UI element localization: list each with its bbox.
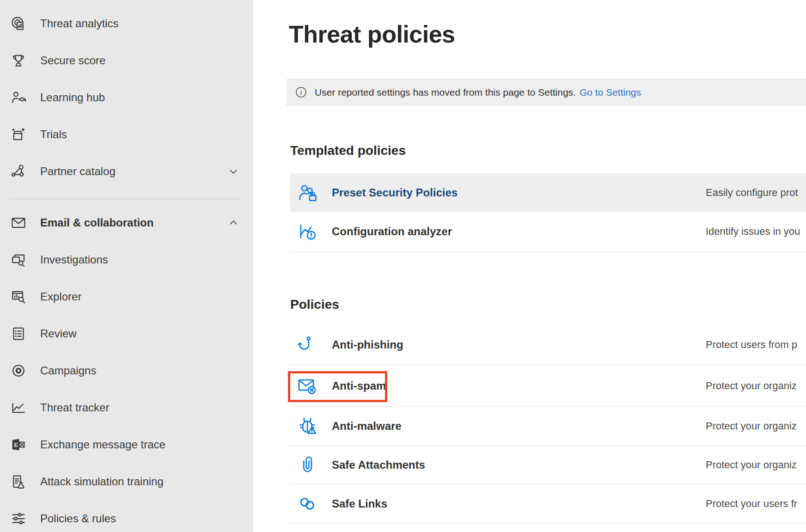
sidebar-item-investigations[interactable]: Investigations: [0, 241, 253, 278]
sidebar-item-label: Review: [40, 327, 77, 340]
svg-text:E: E: [14, 441, 18, 448]
sidebar-item-label: Threat analytics: [40, 17, 118, 30]
sidebar-item-label: Exchange message trace: [40, 438, 165, 451]
sidebar-item-label: Threat tracker: [40, 401, 109, 414]
row-title[interactable]: Anti-phishing: [332, 338, 403, 351]
section-heading-policies: Policies: [290, 297, 339, 312]
sidebar-item-trials[interactable]: Trials: [0, 116, 253, 153]
chart-alert-icon: [297, 221, 318, 242]
sidebar-item-explorer[interactable]: Explorer: [0, 278, 253, 315]
row-title[interactable]: Safe Attachments: [332, 459, 425, 471]
row-description: Protect your organiz: [706, 459, 797, 471]
go-to-settings-link[interactable]: Go to Settings: [580, 87, 641, 98]
sidebar-item-secure-score[interactable]: Secure score: [0, 42, 253, 79]
row-title[interactable]: Configuration analyzer: [332, 225, 452, 238]
main-content: Threat policies User reported settings h…: [253, 0, 806, 532]
envelope-icon: [10, 214, 27, 231]
sidebar-item-learning-hub[interactable]: Learning hub: [0, 79, 253, 116]
network-nodes-icon: [10, 163, 27, 180]
row-anti-malware[interactable]: Anti-malware Protect your organiz: [290, 407, 806, 446]
people-lock-icon: [297, 182, 318, 203]
sidebar-item-label: Learning hub: [40, 91, 105, 104]
sidebar-item-label: Attack simulation training: [40, 475, 164, 488]
row-description: Protect your users fr: [706, 498, 797, 510]
row-description: Protect your organiz: [706, 380, 797, 392]
globe-chart-icon: [10, 15, 27, 32]
sidebar-item-email-collaboration[interactable]: Email & collaboration: [0, 204, 253, 241]
sidebar-item-label: Trials: [40, 128, 67, 141]
row-anti-phishing[interactable]: Anti-phishing Protect users from p: [290, 325, 806, 365]
line-chart-icon: [10, 399, 27, 416]
sidebar-item-label: Investigations: [40, 253, 108, 266]
sidebar-item-threat-analytics[interactable]: Threat analytics: [0, 5, 253, 42]
chain-links-icon: [297, 493, 318, 514]
sidebar-nav: Threat analytics Secure score Learning h…: [0, 0, 253, 532]
sidebar-item-label: Partner catalog: [40, 165, 116, 178]
sidebar-item-campaigns[interactable]: Campaigns: [0, 352, 253, 389]
chart-magnifier-icon: [10, 288, 27, 305]
row-title[interactable]: Anti-malware: [332, 420, 402, 433]
row-description: Easily configure prot: [706, 187, 798, 199]
sidebar-divider: [9, 199, 240, 199]
sliders-icon: [10, 510, 27, 527]
bug-warning-icon: [297, 416, 318, 437]
sidebar-item-label: Campaigns: [40, 364, 96, 377]
info-icon: [295, 86, 307, 98]
row-anti-spam[interactable]: Anti-spam Protect your organiz: [290, 365, 806, 407]
sidebar-item-attack-simulation-training[interactable]: Attack simulation training: [0, 463, 253, 500]
page-title: Threat policies: [289, 20, 455, 48]
section-heading-templated-policies: Templated policies: [290, 143, 406, 158]
sidebar-item-policies-rules[interactable]: Policies & rules: [0, 500, 253, 532]
row-configuration-analyzer[interactable]: Configuration analyzer Identify issues i…: [290, 212, 806, 252]
sidebar-item-partner-catalog[interactable]: Partner catalog: [0, 153, 253, 190]
row-title[interactable]: Safe Links: [332, 497, 387, 510]
row-title[interactable]: Preset Security Policies: [332, 186, 458, 199]
row-title[interactable]: Anti-spam: [332, 379, 386, 392]
banner-message: User reported settings has moved from th…: [315, 87, 576, 98]
chevron-up-icon[interactable]: [227, 217, 239, 229]
sidebar-item-review[interactable]: Review: [0, 315, 253, 352]
row-description: Protect users from p: [706, 339, 797, 351]
magic-box-icon: [10, 126, 27, 143]
chevron-down-icon[interactable]: [227, 165, 239, 177]
sidebar-item-label: Secure score: [40, 54, 105, 67]
sidebar-item-label: Explorer: [40, 290, 81, 303]
row-safe-links[interactable]: Safe Links Protect your users fr: [290, 484, 806, 524]
paperclip-icon: [297, 454, 318, 476]
row-safe-attachments[interactable]: Safe Attachments Protect your organiz: [290, 446, 806, 484]
clipboard-list-icon: [10, 325, 27, 342]
windows-magnifier-icon: [10, 251, 27, 268]
row-preset-security-policies[interactable]: Preset Security Policies Easily configur…: [290, 173, 806, 212]
row-description: Identify issues in you: [706, 226, 800, 238]
exchange-logo-icon: E: [10, 436, 27, 453]
sidebar-item-label: Email & collaboration: [40, 216, 153, 229]
envelope-block-icon: [297, 375, 318, 397]
document-flask-icon: [10, 473, 27, 490]
fish-hook-icon: [297, 334, 318, 355]
trophy-icon: [10, 52, 27, 69]
info-banner: User reported settings has moved from th…: [287, 79, 806, 106]
row-description: Protect your organiz: [706, 420, 797, 432]
sidebar-item-threat-tracker[interactable]: Threat tracker: [0, 389, 253, 426]
target-circles-icon: [10, 362, 27, 379]
sidebar-item-exchange-message-trace[interactable]: E Exchange message trace: [0, 426, 253, 463]
person-graduation-icon: [10, 89, 27, 106]
sidebar-item-label: Policies & rules: [40, 512, 116, 525]
